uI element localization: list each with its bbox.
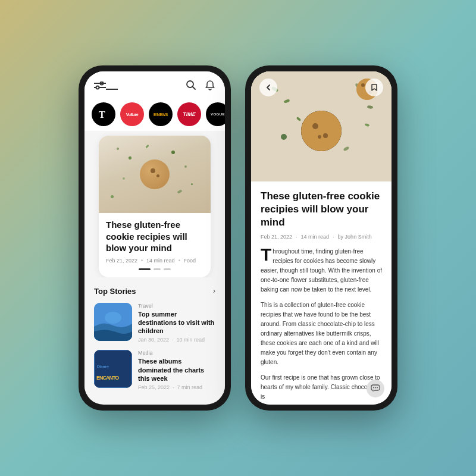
svg-point-20 — [312, 123, 318, 129]
article-body: These gluten-free cookie recipies will b… — [251, 181, 392, 405]
svg-point-25 — [281, 134, 287, 140]
paragraph-3: Our first recipe is one that has grown c… — [261, 373, 382, 402]
header-icons — [186, 80, 215, 93]
cookie-image — [140, 159, 170, 189]
filter-icon[interactable] — [94, 82, 106, 91]
svg-rect-9 — [94, 350, 132, 388]
indicator-1[interactable] — [139, 268, 151, 270]
svg-point-32 — [375, 387, 376, 389]
indicator-3[interactable] — [164, 268, 171, 270]
drop-cap: T — [261, 247, 271, 262]
story-item-2[interactable]: Disney ENCANTO Media These albums domina… — [84, 346, 225, 394]
story-category-1: Travel — [138, 303, 215, 309]
svg-text:ENCANTO: ENCANTO — [96, 375, 119, 381]
section-header: Top Stories › — [84, 280, 225, 299]
featured-meta: Feb 21, 2022 14 min read Food — [106, 258, 203, 264]
svg-text:Disney: Disney — [97, 364, 109, 369]
right-nav — [251, 79, 392, 96]
story-info-2: Media These albums dominated the charts … — [138, 350, 215, 390]
source-vulture[interactable]: Vulture — [120, 102, 144, 126]
source-enews[interactable]: E!NEWS — [149, 102, 173, 126]
phone-left-screen: T Vulture E!NEWS TIME VOGUE — [84, 71, 225, 405]
phones-container: T Vulture E!NEWS TIME VOGUE — [79, 65, 397, 411]
story-category-2: Media — [138, 350, 215, 356]
svg-point-33 — [377, 387, 378, 389]
featured-card-body: These gluten-free cookie recipies will b… — [99, 213, 211, 277]
paragraph-2: This is a collection of gluten-free cook… — [261, 300, 382, 367]
more-arrow[interactable]: › — [213, 287, 215, 295]
svg-point-21 — [323, 133, 328, 138]
story-title-1: Top summer destinations to visit with ch… — [138, 310, 215, 336]
story-item-1[interactable]: Travel Top summer destinations to visit … — [84, 299, 225, 347]
phone-right: These gluten-free cookie recipies will b… — [245, 65, 397, 411]
featured-title: These gluten-free cookie recipies will b… — [106, 219, 203, 254]
story-meta-1: Jan 30, 2022 · 10 min read — [138, 337, 215, 343]
sources-row: T Vulture E!NEWS TIME VOGUE — [84, 98, 225, 131]
article-meta: Feb 21, 2022 · 14 min read · by John Smi… — [261, 234, 382, 240]
source-time[interactable]: TIME — [177, 102, 201, 126]
indicator-2[interactable] — [154, 268, 161, 270]
svg-point-8 — [105, 312, 121, 324]
search-icon[interactable] — [186, 80, 196, 93]
article-text: Throughout time, finding gluten-free rec… — [261, 247, 382, 402]
svg-text:T: T — [99, 109, 105, 120]
svg-point-19 — [301, 111, 342, 151]
svg-point-1 — [101, 82, 104, 85]
story-thumb-1 — [94, 303, 132, 341]
back-button[interactable] — [259, 79, 277, 96]
article-title: These gluten-free cookie recipies will b… — [261, 190, 382, 229]
featured-card[interactable]: These gluten-free cookie recipies will b… — [99, 136, 211, 277]
story-thumb-2: Disney ENCANTO — [94, 350, 132, 388]
featured-image — [99, 136, 211, 213]
featured-indicators — [106, 268, 203, 270]
section-title: Top Stories — [94, 287, 136, 296]
paragraph-1: Throughout time, finding gluten-free rec… — [261, 247, 382, 295]
left-header — [84, 71, 225, 98]
svg-line-5 — [193, 87, 196, 90]
svg-point-3 — [96, 86, 99, 89]
phone-left: T Vulture E!NEWS TIME VOGUE — [79, 65, 231, 411]
right-hero-image — [251, 71, 392, 181]
svg-point-31 — [373, 387, 374, 389]
story-info-1: Travel Top summer destinations to visit … — [138, 303, 215, 343]
story-title-2: These albums dominated the charts this w… — [138, 357, 215, 383]
bookmark-button[interactable] — [365, 79, 383, 96]
story-meta-2: Feb 25, 2022 · 7 min read — [138, 384, 215, 390]
chat-bubble[interactable] — [367, 380, 384, 397]
phone-right-screen: These gluten-free cookie recipies will b… — [251, 71, 392, 405]
bell-icon[interactable] — [205, 80, 215, 93]
source-vogue[interactable]: VOGUE — [206, 102, 225, 126]
svg-point-22 — [318, 135, 321, 139]
source-nyt[interactable]: T — [92, 102, 115, 126]
